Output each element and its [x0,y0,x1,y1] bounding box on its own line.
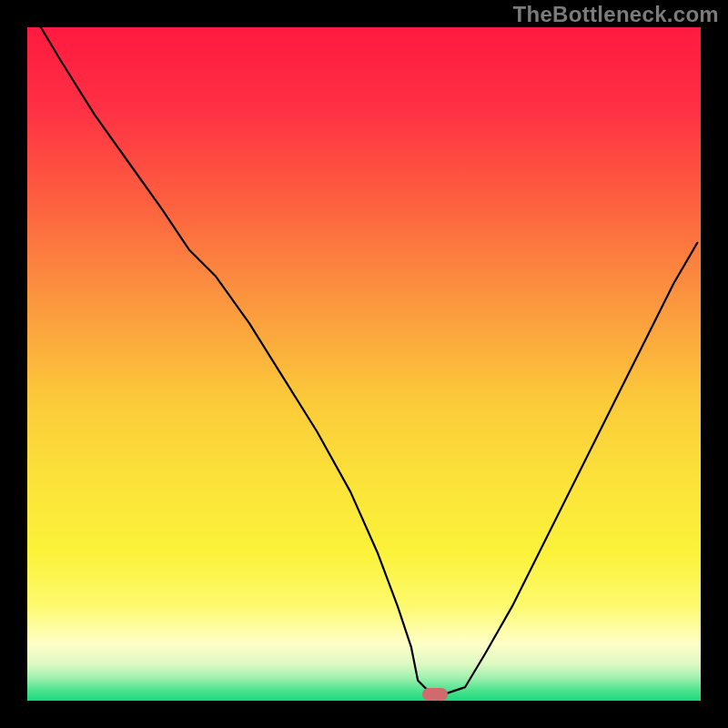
gradient-background [27,27,701,701]
plot-area [27,27,701,701]
chart-frame: TheBottleneck.com [0,0,728,728]
optimum-marker [422,688,448,701]
svg-rect-0 [27,27,701,701]
watermark-label: TheBottleneck.com [513,2,719,27]
